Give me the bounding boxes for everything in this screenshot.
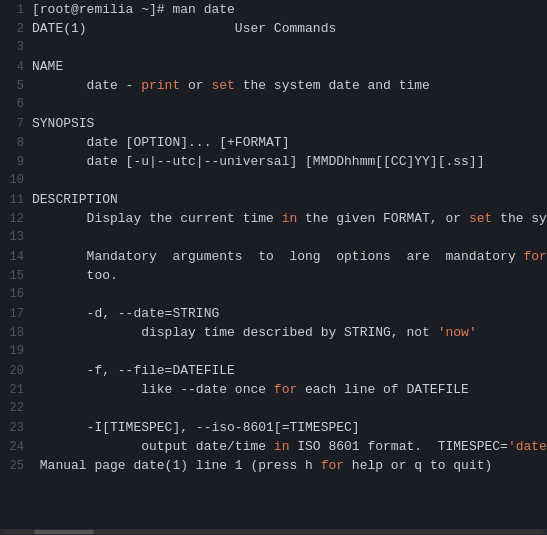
terminal-line: 6: [0, 97, 547, 116]
terminal-line: 22: [0, 401, 547, 420]
line-text: like --date once for each line of DATEFI…: [32, 382, 547, 397]
text-segment: DATE(1) User Commands: [32, 21, 336, 36]
line-number: 24: [0, 440, 32, 454]
content-area: 1[root@remilia ~]# man date2DATE(1) User…: [0, 0, 547, 529]
line-number: 4: [0, 60, 32, 74]
terminal-line: 9 date [-u|--utc|--universal] [MMDDhhmm[…: [0, 154, 547, 173]
text-segment: Display the current time: [32, 211, 282, 226]
text-segment: too.: [32, 268, 118, 283]
line-text: date - print or set the system date and …: [32, 78, 547, 93]
line-number: 3: [0, 40, 32, 54]
scrollbar-track: [4, 530, 543, 534]
terminal-line: 10: [0, 173, 547, 192]
terminal-line: 23 -I[TIMESPEC], --iso-8601[=TIMESPEC]: [0, 420, 547, 439]
terminal-line: 18 display time described by STRING, not…: [0, 325, 547, 344]
text-segment: print: [141, 78, 180, 93]
text-segment: set: [211, 78, 234, 93]
text-segment: help or q to quit): [344, 458, 492, 473]
text-segment: display time described by STRING, not: [32, 325, 438, 340]
line-number: 23: [0, 421, 32, 435]
line-number: 19: [0, 344, 32, 358]
line-number: 18: [0, 326, 32, 340]
terminal-line: 1[root@remilia ~]# man date: [0, 2, 547, 21]
line-number: 25: [0, 459, 32, 473]
line-number: 17: [0, 307, 32, 321]
text-segment: output date/time: [32, 439, 274, 454]
line-number: 21: [0, 383, 32, 397]
text-segment: date [-u|--utc|--universal] [MMDDhhmm[[C…: [32, 154, 484, 169]
text-segment: SYNOPSIS: [32, 116, 94, 131]
terminal-line: 14 Mandatory arguments to long options a…: [0, 249, 547, 268]
text-segment: DESCRIPTION: [32, 192, 118, 207]
terminal-line: 17 -d, --date=STRING: [0, 306, 547, 325]
line-number: 7: [0, 117, 32, 131]
terminal-line: 24 output date/time in ISO 8601 format. …: [0, 439, 547, 458]
text-segment: for: [523, 249, 546, 264]
line-text: NAME: [32, 59, 547, 74]
line-number: 12: [0, 212, 32, 226]
line-number: 13: [0, 230, 32, 244]
line-text: [root@remilia ~]# man date: [32, 2, 547, 17]
scrollbar-area[interactable]: [0, 529, 547, 535]
terminal-line: 12 Display the current time in the given…: [0, 211, 547, 230]
line-text: DESCRIPTION: [32, 192, 547, 207]
line-text: -d, --date=STRING: [32, 306, 547, 321]
line-number: 15: [0, 269, 32, 283]
line-number: 9: [0, 155, 32, 169]
line-text: Mandatory arguments to long options are …: [32, 249, 547, 264]
text-segment: like --date once: [32, 382, 274, 397]
line-number: 16: [0, 287, 32, 301]
line-text: -f, --file=DATEFILE: [32, 363, 547, 378]
terminal-line: 3: [0, 40, 547, 59]
text-segment: -f, --file=DATEFILE: [32, 363, 235, 378]
line-number: 22: [0, 401, 32, 415]
text-segment: ISO 8601 format. TIMESPEC=: [289, 439, 507, 454]
text-segment: the system: [492, 211, 547, 226]
text-segment: in: [274, 439, 290, 454]
line-text: SYNOPSIS: [32, 116, 547, 131]
terminal: 1[root@remilia ~]# man date2DATE(1) User…: [0, 0, 547, 535]
terminal-line: 13: [0, 230, 547, 249]
line-text: output date/time in ISO 8601 format. TIM…: [32, 439, 547, 454]
line-text: display time described by STRING, not 'n…: [32, 325, 547, 340]
text-segment: Mandatory arguments to long options are …: [32, 249, 523, 264]
line-number: 20: [0, 364, 32, 378]
text-segment: 'date': [508, 439, 547, 454]
terminal-line: 7SYNOPSIS: [0, 116, 547, 135]
text-segment: for: [274, 382, 297, 397]
terminal-line: 8 date [OPTION]... [+FORMAT]: [0, 135, 547, 154]
text-segment: -d, --date=STRING: [32, 306, 219, 321]
text-segment: set: [469, 211, 492, 226]
terminal-line: 4NAME: [0, 59, 547, 78]
line-number: 5: [0, 79, 32, 93]
text-segment: date -: [32, 78, 141, 93]
text-segment: in: [282, 211, 298, 226]
text-segment: the given FORMAT, or: [297, 211, 469, 226]
terminal-line: 19: [0, 344, 547, 363]
line-text: too.: [32, 268, 547, 283]
text-segment: [root@remilia ~]# man date: [32, 2, 235, 17]
line-number: 6: [0, 97, 32, 111]
text-segment: or: [180, 78, 211, 93]
text-segment: the system date and time: [235, 78, 430, 93]
terminal-line: 15 too.: [0, 268, 547, 287]
text-segment: for: [321, 458, 344, 473]
line-number: 11: [0, 193, 32, 207]
terminal-line: 16: [0, 287, 547, 306]
line-number: 10: [0, 173, 32, 187]
terminal-line: 20 -f, --file=DATEFILE: [0, 363, 547, 382]
line-number: 14: [0, 250, 32, 264]
line-text: -I[TIMESPEC], --iso-8601[=TIMESPEC]: [32, 420, 547, 435]
text-segment: -I[TIMESPEC], --iso-8601[=TIMESPEC]: [32, 420, 360, 435]
text-segment: NAME: [32, 59, 63, 74]
text-segment: each line of DATEFILE: [297, 382, 469, 397]
text-segment: Manual page date(1) line 1 (press h: [32, 458, 321, 473]
text-segment: date [OPTION]... [+FORMAT]: [32, 135, 289, 150]
line-text: Manual page date(1) line 1 (press h for …: [32, 458, 547, 473]
terminal-line: 11DESCRIPTION: [0, 192, 547, 211]
line-text: date [-u|--utc|--universal] [MMDDhhmm[[C…: [32, 154, 547, 169]
scrollbar-thumb[interactable]: [34, 530, 94, 534]
line-text: date [OPTION]... [+FORMAT]: [32, 135, 547, 150]
text-segment: 'now': [438, 325, 477, 340]
line-text: Display the current time in the given FO…: [32, 211, 547, 226]
